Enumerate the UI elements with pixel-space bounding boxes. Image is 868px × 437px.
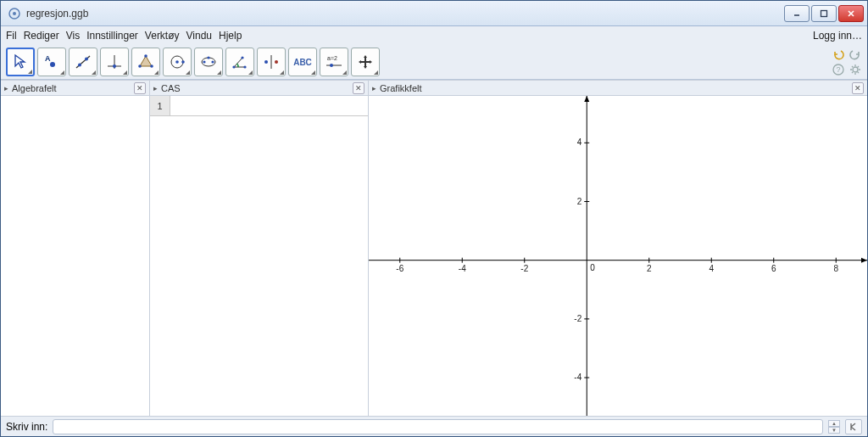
slider-tool[interactable]: a=2 [320, 48, 348, 76]
svg-text:-6: -6 [396, 264, 403, 273]
svg-text:a=2: a=2 [327, 55, 337, 61]
panels: ▸ Algebrafelt ✕ ▸ CAS ✕ 1 ▸ Grafik [1, 80, 867, 416]
cas-header[interactable]: ▸ CAS ✕ [150, 81, 368, 96]
menu-innstillinger[interactable]: Innstillinger [86, 30, 138, 42]
svg-point-15 [144, 54, 147, 58]
input-bar: Skriv inn: ▲▼ [1, 416, 867, 436]
minimize-button[interactable] [784, 5, 810, 22]
svg-text:4: 4 [577, 137, 582, 147]
svg-text:?: ? [837, 65, 841, 74]
input-label: Skriv inn: [6, 421, 47, 433]
svg-text:-2: -2 [520, 264, 528, 273]
circle-tool[interactable] [163, 48, 192, 76]
expand-icon: ▸ [372, 84, 376, 92]
perpendicular-tool[interactable] [100, 48, 129, 76]
svg-point-36 [853, 67, 858, 72]
login-link[interactable]: Logg inn… [813, 30, 862, 42]
svg-point-19 [175, 60, 179, 64]
close-icon[interactable]: ✕ [353, 82, 364, 94]
menu-rediger[interactable]: Rediger [24, 30, 59, 42]
ellipse-tool[interactable] [194, 48, 223, 76]
svg-text:4: 4 [709, 264, 714, 273]
redo-icon[interactable] [849, 48, 862, 61]
toolbar: A [1, 45, 867, 79]
settings-icon[interactable] [849, 63, 862, 76]
algebra-title: Algebrafelt [12, 83, 57, 93]
svg-line-44 [858, 66, 859, 67]
svg-text:0: 0 [590, 263, 595, 272]
menu-verktoy[interactable]: Verktøy [145, 30, 180, 42]
menu-vindu[interactable]: Vindu [186, 30, 212, 42]
svg-point-10 [85, 58, 88, 61]
svg-text:8: 8 [833, 264, 838, 273]
svg-point-1 [13, 12, 16, 15]
history-spinner[interactable]: ▲▼ [828, 420, 840, 434]
svg-text:-2: -2 [574, 314, 581, 323]
algebra-panel: ▸ Algebrafelt ✕ [1, 81, 150, 416]
text-tool[interactable]: ABC [288, 48, 317, 76]
expand-icon: ▸ [153, 84, 158, 92]
polygon-tool[interactable] [131, 48, 160, 76]
toolbar-right: ? [832, 48, 862, 76]
point-tool[interactable]: A [37, 48, 66, 76]
help-icon[interactable]: ? [832, 63, 845, 76]
menu-fil[interactable]: Fil [6, 30, 17, 42]
svg-point-16 [150, 64, 153, 68]
svg-text:-4: -4 [574, 373, 581, 382]
graphics-panel: ▸ Grafikkfelt ✕ -6-4-202468-4-224 [369, 81, 867, 416]
svg-rect-3 [821, 10, 827, 16]
svg-text:A: A [45, 54, 51, 63]
menu-hjelp[interactable]: Hjelp [219, 30, 242, 42]
cas-title: CAS [161, 83, 181, 93]
svg-point-25 [232, 65, 235, 68]
svg-marker-14 [140, 56, 152, 66]
menubar: Fil Rediger Vis Innstillinger Verktøy Vi… [1, 26, 867, 45]
cas-row-number[interactable]: 1 [150, 96, 170, 115]
graphics-title: Grafikkfelt [380, 83, 422, 93]
angle-tool[interactable] [225, 48, 254, 76]
chrome: Fil Rediger Vis Innstillinger Verktøy Vi… [1, 26, 867, 80]
maximize-button[interactable] [811, 5, 837, 22]
svg-point-13 [113, 64, 116, 68]
svg-text:2: 2 [647, 264, 652, 273]
graphics-body[interactable]: -6-4-202468-4-224 [369, 96, 867, 416]
svg-marker-48 [584, 96, 589, 102]
app-icon [8, 7, 21, 20]
close-icon[interactable]: ✕ [134, 82, 146, 94]
svg-marker-47 [861, 258, 867, 263]
menu-vis[interactable]: Vis [66, 30, 80, 42]
cas-panel: ▸ CAS ✕ 1 [150, 81, 369, 416]
svg-point-27 [241, 56, 243, 59]
svg-point-24 [207, 56, 209, 59]
graphics-header[interactable]: ▸ Grafikkfelt ✕ [369, 81, 867, 96]
svg-text:-4: -4 [459, 264, 466, 273]
move-view-tool[interactable] [351, 48, 380, 76]
close-button[interactable] [838, 5, 864, 22]
reflect-tool[interactable] [257, 48, 286, 76]
window-buttons [784, 5, 864, 22]
close-icon[interactable]: ✕ [852, 82, 864, 94]
svg-point-29 [264, 60, 268, 64]
svg-point-23 [211, 60, 214, 63]
svg-line-42 [858, 72, 859, 73]
move-tool[interactable] [6, 48, 35, 76]
algebra-header[interactable]: ▸ Algebrafelt ✕ [1, 81, 149, 96]
svg-text:6: 6 [771, 264, 776, 273]
svg-point-26 [243, 65, 246, 68]
svg-point-9 [78, 64, 81, 67]
svg-point-30 [275, 60, 278, 64]
algebra-body[interactable] [1, 96, 149, 416]
svg-point-20 [181, 60, 185, 64]
input-field[interactable] [53, 419, 823, 434]
svg-line-41 [852, 66, 853, 67]
text-tool-label: ABC [293, 58, 312, 67]
svg-point-7 [50, 62, 55, 67]
cas-body: 1 [150, 96, 368, 416]
window-title: regresjon.ggb [26, 8, 784, 20]
expand-icon: ▸ [4, 84, 8, 92]
input-help-button[interactable] [845, 419, 862, 434]
undo-icon[interactable] [832, 48, 845, 61]
svg-point-33 [330, 64, 333, 67]
cas-input-1[interactable] [170, 96, 368, 115]
line-tool[interactable] [69, 48, 97, 76]
